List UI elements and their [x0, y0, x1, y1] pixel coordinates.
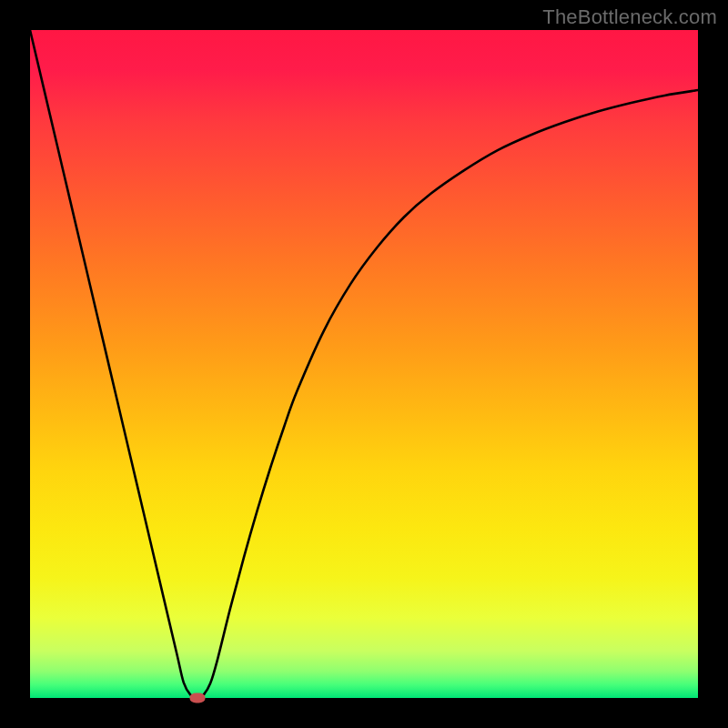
minimum-marker	[189, 693, 205, 703]
plot-area	[30, 30, 698, 698]
watermark-text: TheBottleneck.com	[542, 5, 717, 29]
bottleneck-curve	[30, 30, 698, 698]
chart-frame: TheBottleneck.com	[0, 0, 728, 728]
